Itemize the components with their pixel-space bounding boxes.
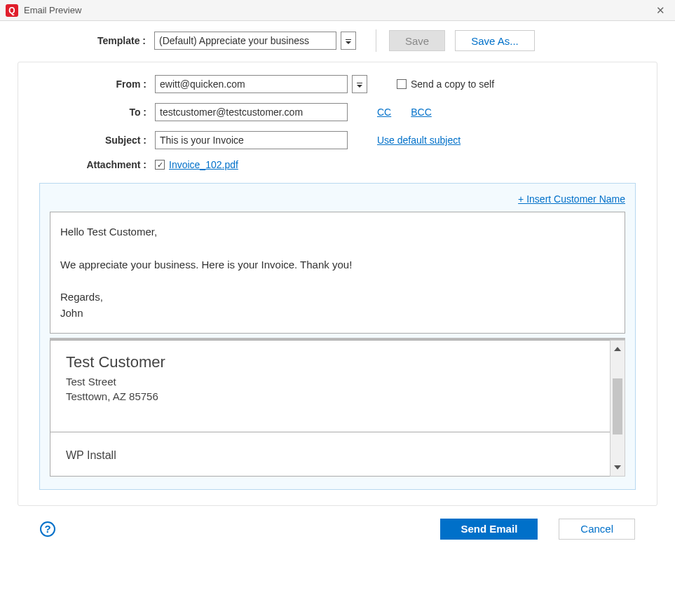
send-copy-wrap[interactable]: Send a copy to self xyxy=(397,78,494,90)
to-input[interactable] xyxy=(155,103,348,121)
vertical-divider xyxy=(376,29,376,52)
template-label: Template : xyxy=(18,35,154,46)
attachment-label: Attachment : xyxy=(18,159,155,170)
scroll-thumb[interactable] xyxy=(613,378,622,434)
title-bar: Q Email Preview ✕ xyxy=(0,0,675,21)
subject-row: Subject : Use default subject xyxy=(18,131,657,149)
invoice-addr-line1: Test Street xyxy=(66,374,594,389)
close-icon[interactable]: ✕ xyxy=(652,4,669,17)
to-label: To : xyxy=(18,107,155,118)
save-button: Save xyxy=(389,30,445,51)
cc-link[interactable]: CC xyxy=(377,107,391,118)
invoice-customer-name: Test Customer xyxy=(66,353,594,371)
scroll-up-icon[interactable] xyxy=(611,341,625,357)
window-title: Email Preview xyxy=(24,5,652,15)
preview-scrollbar[interactable] xyxy=(610,340,625,477)
attachment-row: Attachment : ✓ Invoice_102.pdf xyxy=(18,159,657,170)
app-icon: Q xyxy=(6,4,18,17)
dialog-footer: ? Send Email Cancel xyxy=(18,506,657,555)
subject-label: Subject : xyxy=(18,135,155,146)
save-as-button[interactable]: Save As... xyxy=(455,30,535,51)
from-dropdown-icon[interactable] xyxy=(352,75,367,93)
send-copy-checkbox[interactable] xyxy=(397,79,407,89)
bcc-link[interactable]: BCC xyxy=(411,107,432,118)
email-body-area: + Insert Customer Name Hello Test Custom… xyxy=(39,183,636,490)
invoice-line-item: WP Install xyxy=(50,432,610,476)
send-copy-label: Send a copy to self xyxy=(411,78,494,90)
to-row: To : CC BCC xyxy=(18,103,657,121)
invoice-preview-content: Test Customer Test Street Testtown, AZ 8… xyxy=(50,340,610,477)
insert-customer-name-wrap: + Insert Customer Name xyxy=(50,193,625,205)
scroll-down-icon[interactable] xyxy=(611,459,625,476)
from-row: From : Send a copy to self xyxy=(18,75,657,93)
invoice-customer-block: Test Customer Test Street Testtown, AZ 8… xyxy=(50,341,610,432)
insert-customer-name-link[interactable]: + Insert Customer Name xyxy=(518,193,625,205)
message-textarea[interactable]: Hello Test Customer, We appreciate your … xyxy=(50,212,625,334)
invoice-addr-line2: Testtown, AZ 85756 xyxy=(66,389,594,404)
template-dropdown-icon[interactable] xyxy=(341,32,356,50)
template-row: Template : Save Save As... xyxy=(18,29,657,52)
attachment-file-link[interactable]: Invoice_102.pdf xyxy=(169,159,238,170)
send-email-button[interactable]: Send Email xyxy=(440,519,538,540)
email-form-panel: From : Send a copy to self To : CC BCC S… xyxy=(18,62,657,506)
invoice-preview: Test Customer Test Street Testtown, AZ 8… xyxy=(50,338,625,477)
attachment-checkbox[interactable]: ✓ xyxy=(155,160,165,170)
from-label: From : xyxy=(18,78,155,90)
use-default-subject-link[interactable]: Use default subject xyxy=(377,135,461,146)
from-input[interactable] xyxy=(155,75,348,93)
help-icon[interactable]: ? xyxy=(40,521,55,537)
template-input[interactable] xyxy=(154,32,336,50)
scroll-track[interactable] xyxy=(611,357,625,459)
cancel-button[interactable]: Cancel xyxy=(559,519,635,540)
subject-input[interactable] xyxy=(155,131,348,149)
